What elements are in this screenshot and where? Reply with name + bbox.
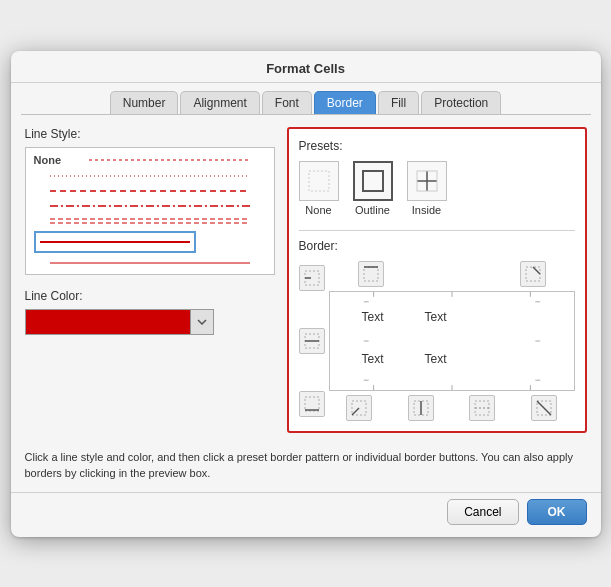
border-preview-box[interactable]: Text Text Text Text (329, 291, 575, 391)
none-border-icon (305, 167, 333, 195)
inside-border-icon (413, 167, 441, 195)
preset-outline-label: Outline (355, 204, 390, 216)
line-sample-dot1 (34, 171, 266, 181)
tab-alignment[interactable]: Alignment (180, 91, 259, 114)
preset-inside-icon (407, 161, 447, 201)
line-color-label: Line Color: (25, 289, 275, 303)
bottom-border-buttons (329, 395, 575, 421)
preset-none[interactable]: None (299, 161, 339, 216)
outline-border-icon (359, 167, 387, 195)
cancel-button[interactable]: Cancel (447, 499, 518, 525)
tab-protection[interactable]: Protection (421, 91, 501, 114)
line-sample-double-dash (34, 216, 266, 226)
line-row-dash1[interactable] (34, 186, 266, 196)
right-panel: Presets: None Outlin (287, 127, 587, 433)
line-style-label: Line Style: (25, 127, 275, 141)
svg-rect-9 (363, 171, 383, 191)
top-right-btn[interactable] (520, 261, 546, 287)
preview-column: Text Text Text Text (329, 261, 575, 421)
svg-line-36 (352, 408, 359, 415)
color-dropdown[interactable] (25, 309, 275, 335)
svg-rect-21 (526, 267, 540, 281)
chevron-down-icon (197, 319, 207, 325)
dialog-title: Format Cells (11, 51, 601, 83)
format-cells-dialog: Format Cells Number Alignment Font Borde… (11, 51, 601, 537)
preset-outline[interactable]: Outline (353, 161, 393, 216)
left-border-buttons (299, 261, 325, 421)
line-row-none[interactable]: None (34, 154, 266, 166)
preview-text3: Text (362, 352, 384, 366)
ok-button[interactable]: OK (527, 499, 587, 525)
line-sample-none (72, 155, 266, 165)
left-panel: Line Style: None (25, 127, 275, 433)
presets-label: Presets: (299, 139, 575, 153)
line-selected-indicator (34, 231, 196, 253)
tab-fill[interactable]: Fill (378, 91, 419, 114)
vertical-mid-btn[interactable] (408, 395, 434, 421)
border-label: Border: (299, 239, 575, 253)
line-row-dot1[interactable] (34, 171, 266, 181)
svg-rect-39 (475, 401, 489, 415)
top-border-btn[interactable] (358, 261, 384, 287)
bottom-left-tick-btn[interactable] (346, 395, 372, 421)
line-row-thin-red[interactable] (34, 258, 266, 268)
mid-left-btn[interactable] (299, 328, 325, 354)
preset-none-label: None (305, 204, 331, 216)
line-sample-thin-red (34, 258, 266, 268)
preset-outline-icon (353, 161, 393, 201)
right-border-btn[interactable] (469, 395, 495, 421)
tab-bar: Number Alignment Font Border Fill Protec… (11, 83, 601, 114)
divider (299, 230, 575, 231)
line-row-dashdot[interactable] (34, 201, 266, 211)
hint-text: Click a line style and color, and then c… (11, 443, 601, 492)
border-editor-area: Text Text Text Text (299, 261, 575, 421)
line-row-solid-selected[interactable] (34, 231, 266, 253)
svg-line-42 (537, 401, 551, 415)
preset-none-icon (299, 161, 339, 201)
tab-font[interactable]: Font (262, 91, 312, 114)
preset-inside[interactable]: Inside (407, 161, 447, 216)
dialog-footer: Cancel OK (11, 492, 601, 537)
bot-left-btn[interactable] (299, 391, 325, 417)
svg-rect-8 (309, 171, 329, 191)
preview-text4: Text (425, 352, 447, 366)
tab-number[interactable]: Number (110, 91, 179, 114)
tab-border[interactable]: Border (314, 91, 376, 114)
none-label: None (34, 154, 66, 166)
border-preview-svg (330, 292, 574, 390)
preset-inside-label: Inside (412, 204, 441, 216)
line-row-double-dash[interactable] (34, 216, 266, 226)
line-style-box: None (25, 147, 275, 275)
svg-rect-17 (305, 397, 319, 411)
top-left-corner-btn[interactable] (299, 265, 325, 291)
line-color-section: Line Color: (25, 289, 275, 335)
svg-line-22 (533, 267, 540, 274)
line-sample-dashdot (34, 201, 266, 211)
presets-row: None Outline (299, 161, 575, 216)
color-swatch (25, 309, 190, 335)
diagonal-right-btn[interactable] (531, 395, 557, 421)
top-border-buttons (329, 261, 575, 287)
preview-text1: Text (362, 310, 384, 324)
line-sample-dash1 (34, 186, 266, 196)
svg-rect-19 (364, 267, 378, 281)
main-content: Line Style: None (11, 115, 601, 443)
color-arrow-button[interactable] (190, 309, 214, 335)
preview-text2: Text (425, 310, 447, 324)
